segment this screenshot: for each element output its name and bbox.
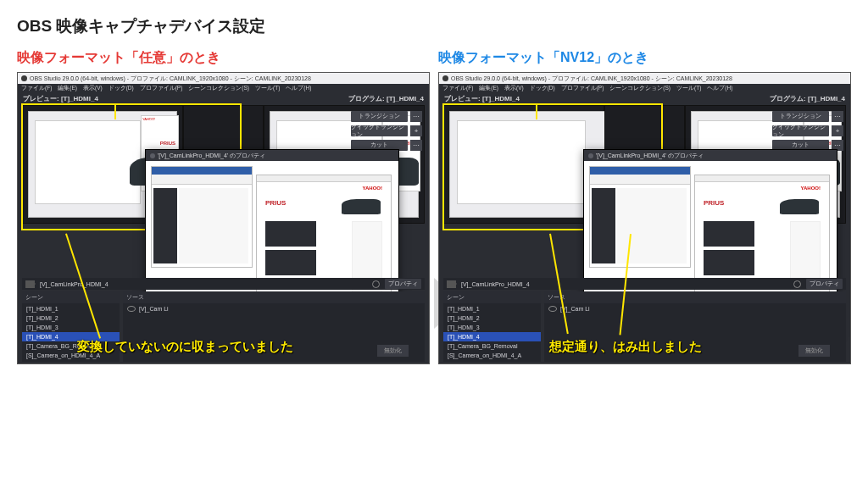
sources-header: ソース bbox=[544, 291, 846, 303]
settings-icon[interactable]: ⋯ bbox=[410, 140, 422, 151]
menu-tools[interactable]: ツール(T) bbox=[676, 85, 701, 92]
scenes-header: シーン bbox=[22, 291, 120, 303]
marker-line bbox=[536, 104, 537, 119]
page-title: OBS 映像キャプチャデバイス設定 bbox=[17, 15, 851, 37]
caption-left: 変換していないのに収まっていました bbox=[77, 339, 293, 355]
menu-profile[interactable]: プロファイル(P) bbox=[561, 85, 604, 92]
obs-logo-icon bbox=[21, 75, 27, 81]
menu-profile[interactable]: プロファイル(P) bbox=[140, 85, 183, 92]
scene-item[interactable]: [T]_HDMI_2 bbox=[443, 313, 541, 323]
scene-item[interactable]: [T]_HDMI_3 bbox=[443, 323, 541, 332]
menu-view[interactable]: 表示(V) bbox=[504, 85, 524, 92]
camera-icon bbox=[447, 280, 456, 288]
window-titlebar: OBS Studio 29.0.0 (64-bit, windows) - プロ… bbox=[439, 73, 850, 84]
scenes-list[interactable]: [T]_HDMI_1 [T]_HDMI_2 [T]_HDMI_3 [T]_HDM… bbox=[443, 303, 541, 362]
settings-icon[interactable]: ⋯ bbox=[410, 111, 422, 122]
disabled-button[interactable]: 無効化 bbox=[798, 345, 830, 357]
window-title: OBS Studio 29.0.0 (64-bit, windows) - プロ… bbox=[451, 75, 732, 83]
menu-edit[interactable]: 編集(E) bbox=[479, 85, 498, 92]
gear-icon[interactable] bbox=[372, 280, 380, 288]
scene-item[interactable]: [S]_Camera_on_HDMI_4_B bbox=[443, 360, 541, 362]
scene-item[interactable]: [T]_HDMI_4 bbox=[443, 332, 541, 341]
preview-left bbox=[443, 105, 604, 224]
quick-transition-button[interactable]: クイックトランジション bbox=[351, 125, 408, 136]
menu-file[interactable]: ファイル(F) bbox=[21, 85, 52, 92]
menu-tools[interactable]: ツール(T) bbox=[255, 85, 280, 92]
window-titlebar: OBS Studio 29.0.0 (64-bit, windows) - プロ… bbox=[18, 73, 429, 84]
scene-item[interactable]: [T]_Camera_BG_Removal bbox=[443, 341, 541, 351]
menu-help[interactable]: ヘルプ(H) bbox=[286, 85, 311, 92]
dialog-icon bbox=[588, 153, 593, 158]
menubar: ファイル(F) 編集(E) 表示(V) ドック(D) プロファイル(P) シーン… bbox=[18, 84, 429, 93]
scenes-panel: シーン [T]_HDMI_1 [T]_HDMI_2 [T]_HDMI_3 [T]… bbox=[443, 291, 541, 362]
scene-item[interactable]: [T]_HDMI_1 bbox=[22, 304, 120, 313]
dialog-icon bbox=[150, 153, 155, 158]
preview-label: プレビュー: [T]_HDMI_4 bbox=[439, 94, 645, 104]
car-icon bbox=[342, 199, 381, 214]
quick-transition-button[interactable]: クイックトランジション bbox=[772, 125, 829, 136]
heading-right: 映像フォーマット「NV12」のとき bbox=[438, 49, 851, 67]
nested-window-a bbox=[151, 166, 253, 268]
transition-panel: トランジション⋯ クイックトランジション+ カット⋯ bbox=[351, 111, 422, 151]
preview-label: プレビュー: [T]_HDMI_4 bbox=[18, 94, 224, 104]
dialog-titlebar: '[V]_CamLinkPro_HDMI_4' のプロパティ bbox=[584, 150, 837, 161]
window-title: OBS Studio 29.0.0 (64-bit, windows) - プロ… bbox=[30, 75, 311, 83]
program-label: プログラム: [T]_HDMI_4 bbox=[224, 94, 430, 104]
transition-button[interactable]: トランジション bbox=[772, 111, 829, 122]
menu-file[interactable]: ファイル(F) bbox=[442, 85, 473, 92]
properties-button[interactable]: プロパティ bbox=[806, 279, 843, 289]
scene-item[interactable]: [T]_HDMI_1 bbox=[443, 304, 541, 313]
heading-left: 映像フォーマット「任意」のとき bbox=[17, 49, 430, 67]
menu-scenecol[interactable]: シーンコレクション(S) bbox=[609, 85, 670, 92]
prius-text: PRIUS bbox=[160, 141, 175, 146]
active-source-bar: [V]_CamLinkPro_HDMI_4 プロパティ bbox=[443, 278, 846, 290]
scene-item[interactable]: [T]_HDMI_2 bbox=[22, 313, 120, 323]
column-right: 映像フォーマット「NV12」のとき OBS Studio 29.0.0 (64-… bbox=[438, 49, 851, 364]
source-item[interactable]: [V]_Cam Li bbox=[544, 304, 846, 313]
obs-window-right: OBS Studio 29.0.0 (64-bit, windows) - プロ… bbox=[438, 72, 851, 364]
program-label: プログラム: [T]_HDMI_4 bbox=[645, 94, 851, 104]
menu-dock[interactable]: ドック(D) bbox=[530, 85, 555, 92]
camera-icon bbox=[25, 280, 35, 288]
transition-panel: トランジション⋯ クイックトランジション+ カット⋯ bbox=[772, 111, 843, 151]
menu-view[interactable]: 表示(V) bbox=[83, 85, 103, 92]
active-source-name: [V]_CamLinkPro_HDMI_4 bbox=[461, 281, 530, 287]
menu-scenecol[interactable]: シーンコレクション(S) bbox=[188, 85, 249, 92]
settings-icon[interactable]: ⋯ bbox=[832, 111, 843, 122]
sources-header: ソース bbox=[123, 291, 425, 303]
car-icon bbox=[780, 199, 819, 214]
menubar: ファイル(F) 編集(E) 表示(V) ドック(D) プロファイル(P) シーン… bbox=[439, 84, 850, 93]
yahoo-logo: YAHOO! bbox=[142, 117, 155, 121]
obs-logo-icon bbox=[442, 75, 448, 81]
transition-button[interactable]: トランジション bbox=[351, 111, 408, 122]
menu-help[interactable]: ヘルプ(H) bbox=[707, 85, 732, 92]
obs-window-left: OBS Studio 29.0.0 (64-bit, windows) - プロ… bbox=[17, 72, 430, 364]
marker-line bbox=[114, 104, 116, 119]
scene-item[interactable]: [T]_HDMI_3 bbox=[22, 323, 120, 332]
scene-item[interactable]: [S]_Camera_on_HDMI_4_B bbox=[22, 360, 120, 362]
add-icon[interactable]: + bbox=[410, 125, 422, 136]
source-item[interactable]: [V]_Cam Li bbox=[123, 304, 425, 313]
menu-dock[interactable]: ドック(D) bbox=[108, 85, 134, 92]
add-icon[interactable]: + bbox=[832, 125, 843, 136]
eye-icon[interactable] bbox=[548, 306, 557, 312]
scenes-header: シーン bbox=[443, 291, 541, 303]
caption-right: 想定通り、はみ出しました bbox=[549, 339, 702, 355]
menu-edit[interactable]: 編集(E) bbox=[58, 85, 77, 92]
dialog-titlebar: '[V]_CamLinkPro_HDMI_4' のプロパティ bbox=[146, 150, 398, 161]
gear-icon[interactable] bbox=[793, 280, 801, 288]
active-source-name: [V]_CamLinkPro_HDMI_4 bbox=[40, 281, 108, 287]
nested-window-a bbox=[589, 166, 691, 268]
disabled-button[interactable]: 無効化 bbox=[377, 345, 409, 357]
eye-icon[interactable] bbox=[127, 306, 136, 312]
scene-item[interactable]: [S]_Camera_on_HDMI_4_A bbox=[443, 351, 541, 360]
properties-button[interactable]: プロパティ bbox=[385, 279, 421, 289]
column-left: 映像フォーマット「任意」のとき OBS Studio 29.0.0 (64-bi… bbox=[17, 49, 430, 364]
